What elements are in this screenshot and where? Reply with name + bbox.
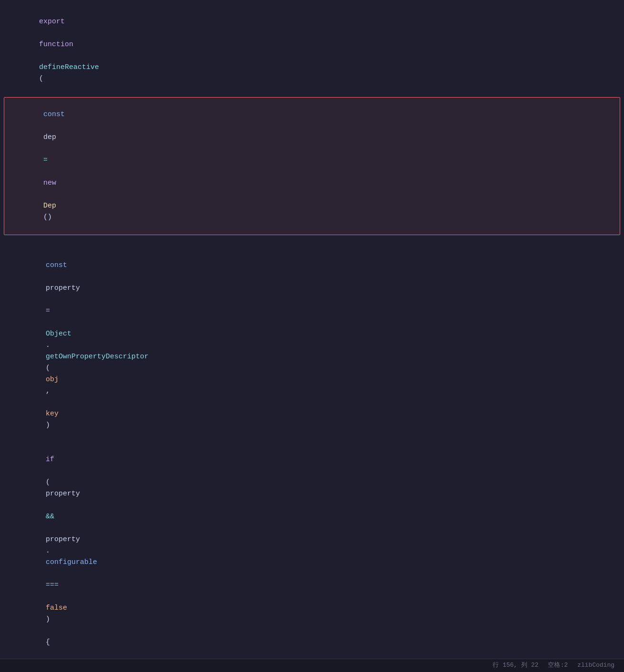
code-line-4: const property = Object . getOwnProperty… — [0, 248, 624, 443]
status-position: 行 156, 列 22 — [493, 661, 538, 671]
code-line-5: if ( property && property . configurable… — [0, 443, 624, 660]
method-getOwnPropertyDescriptor: getOwnPropertyDescriptor — [46, 353, 149, 361]
status-encoding: 空格:2 — [548, 661, 568, 671]
status-bar: 行 156, 列 22 空格:2 zlibCoding — [0, 659, 624, 672]
code-line-2-highlighted: const dep = new Dep () — [4, 97, 620, 235]
var-property-3: property — [46, 535, 80, 544]
code-line-3 — [0, 236, 624, 248]
keyword-const-2: const — [46, 261, 67, 269]
object-Object: Object — [46, 330, 71, 338]
var-property-2: property — [46, 490, 80, 498]
keyword-function: function — [39, 40, 73, 49]
op-equals-1: = — [43, 156, 48, 164]
status-language: zlibCoding — [577, 661, 614, 671]
bool-false-1: false — [46, 604, 67, 612]
var-dep: dep — [43, 133, 56, 141]
keyword-const-1: const — [43, 110, 65, 119]
class-dep: Dep — [43, 202, 56, 210]
var-property-1: property — [46, 284, 80, 292]
code-area: export function defineReactive ( const d… — [0, 0, 624, 672]
keyword-export: export — [39, 18, 65, 26]
param-key-1: key — [46, 410, 59, 418]
param-obj-1: obj — [46, 376, 59, 384]
editor-container: export function defineReactive ( const d… — [0, 0, 624, 672]
code-line-1: export function defineReactive ( — [0, 5, 624, 96]
prop-configurable: configurable — [46, 558, 97, 566]
function-name: defineReactive — [39, 63, 99, 71]
keyword-if-1: if — [46, 455, 54, 464]
keyword-new-1: new — [43, 179, 56, 187]
